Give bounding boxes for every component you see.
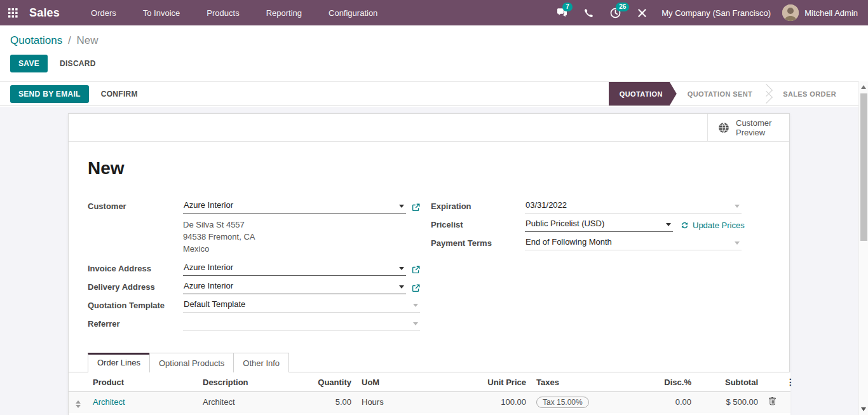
- col-quantity[interactable]: Quantity: [309, 372, 356, 392]
- menu-reporting[interactable]: Reporting: [253, 0, 315, 25]
- breadcrumb-current: New: [76, 34, 98, 46]
- line-product[interactable]: Architect: [93, 397, 125, 407]
- activities-icon[interactable]: 26: [604, 0, 626, 25]
- trash-column-header: [763, 372, 781, 392]
- record-title[interactable]: New: [88, 158, 770, 179]
- col-unit-price[interactable]: Unit Price: [461, 372, 531, 392]
- crossed-tools-glyph: [637, 8, 647, 18]
- main-menu: Orders To Invoice Products Reporting Con…: [78, 0, 391, 25]
- address-line: De Silva St 4557: [183, 219, 420, 231]
- field-delivery-address: Delivery Address Azure Interior: [88, 281, 420, 294]
- expiration-label: Expiration: [431, 201, 525, 214]
- tab-optional-products[interactable]: Optional Products: [149, 353, 234, 372]
- col-uom[interactable]: UoM: [356, 372, 461, 392]
- line-tax-tag[interactable]: Tax 15.00%: [536, 397, 589, 408]
- address-line: 94538 Fremont, CA: [183, 231, 420, 243]
- form-sheet: Customer Preview New Customer Azure Inte…: [68, 113, 790, 415]
- customer-input[interactable]: Azure Interior: [183, 200, 406, 214]
- messages-badge: 7: [562, 3, 573, 11]
- line-unit-price[interactable]: 100.00: [461, 392, 531, 412]
- drag-handle-icon[interactable]: [69, 392, 88, 412]
- save-button[interactable]: SAVE: [10, 55, 48, 72]
- handle-column-header: [69, 372, 88, 392]
- customer-preview-button[interactable]: Customer Preview: [707, 114, 789, 141]
- line-subtotal: $ 500.00: [696, 392, 763, 412]
- control-panel: Quotations / New SAVE DISCARD: [0, 25, 868, 81]
- col-subtotal[interactable]: Subtotal: [696, 372, 763, 392]
- line-uom[interactable]: Hours: [356, 392, 461, 412]
- referrer-input[interactable]: [183, 318, 420, 331]
- caret-down-icon[interactable]: [399, 267, 404, 270]
- tools-icon[interactable]: [631, 0, 653, 25]
- table-footer-links: Add a product Add a section Add a note: [69, 412, 790, 415]
- user-menu[interactable]: Mitchell Admin: [782, 4, 868, 21]
- apps-menu-icon[interactable]: [0, 0, 25, 25]
- field-pricelist: Pricelist Public Pricelist (USD) U: [431, 219, 742, 232]
- pricelist-input[interactable]: Public Pricelist (USD): [525, 219, 673, 232]
- order-lines-table: Product Description Quantity UoM Unit Pr…: [69, 372, 790, 415]
- optional-columns-icon[interactable]: ⋮: [781, 372, 790, 392]
- scroll-down-icon[interactable]: [861, 407, 866, 411]
- delete-line-icon[interactable]: [763, 392, 781, 412]
- invoice-address-input[interactable]: Azure Interior: [183, 262, 406, 276]
- quotation-template-input[interactable]: Default Template: [183, 299, 420, 313]
- app-name[interactable]: Sales: [29, 6, 60, 20]
- stage-quotation[interactable]: QUOTATION: [609, 82, 677, 105]
- col-discount[interactable]: Disc.%: [639, 372, 696, 392]
- update-prices-button[interactable]: Update Prices: [681, 221, 745, 230]
- breadcrumb-quotations[interactable]: Quotations: [10, 34, 62, 46]
- stage-sales-order[interactable]: SALES ORDER: [772, 82, 847, 105]
- field-customer: Customer Azure Interior: [88, 200, 420, 214]
- caret-down-icon[interactable]: [413, 322, 418, 325]
- field-expiration: Expiration 03/31/2022: [431, 200, 742, 214]
- messages-icon[interactable]: 7: [551, 0, 573, 25]
- caret-down-icon[interactable]: [399, 285, 404, 289]
- caret-down-icon[interactable]: [735, 205, 740, 208]
- refresh-icon: [681, 221, 689, 229]
- col-taxes[interactable]: Taxes: [531, 372, 639, 392]
- menu-products[interactable]: Products: [193, 0, 252, 25]
- line-description[interactable]: Architect: [198, 392, 309, 412]
- expiration-input[interactable]: 03/31/2022: [525, 200, 742, 214]
- sales-quotation-page: Sales Orders To Invoice Products Reporti…: [0, 0, 868, 415]
- payment-terms-input[interactable]: End of Following Month: [525, 237, 742, 250]
- tab-order-lines[interactable]: Order Lines: [88, 353, 150, 372]
- confirm-button[interactable]: CONFIRM: [93, 85, 146, 103]
- caret-down-icon[interactable]: [735, 242, 740, 245]
- avatar: [782, 4, 799, 21]
- scroll-up-icon[interactable]: [861, 85, 866, 89]
- user-name: Mitchell Admin: [804, 8, 858, 18]
- caret-down-icon[interactable]: [413, 304, 418, 307]
- discard-button[interactable]: DISCARD: [51, 55, 104, 72]
- col-product[interactable]: Product: [88, 372, 198, 392]
- invoice-address-external-link-icon[interactable]: [412, 266, 420, 274]
- activities-badge: 26: [616, 3, 629, 11]
- stage-quotation-sent[interactable]: QUOTATION SENT: [677, 82, 763, 105]
- vertical-scrollbar[interactable]: [858, 81, 868, 415]
- caret-down-icon[interactable]: [666, 223, 671, 226]
- order-line-row[interactable]: Architect Architect 5.00 Hours 100.00 Ta…: [69, 392, 790, 412]
- phone-glyph: [584, 8, 593, 18]
- line-discount[interactable]: 0.00: [639, 392, 696, 412]
- phone-icon[interactable]: [578, 0, 599, 25]
- menu-to-invoice[interactable]: To Invoice: [130, 0, 194, 25]
- delivery-address-label: Delivery Address: [88, 282, 183, 294]
- customer-preview-label: Customer Preview: [736, 118, 778, 137]
- menu-orders[interactable]: Orders: [78, 0, 130, 25]
- col-description[interactable]: Description: [198, 372, 309, 392]
- company-switcher[interactable]: My Company (San Francisco): [653, 8, 782, 18]
- menu-configuration[interactable]: Configuration: [315, 0, 391, 25]
- scrollbar-thumb[interactable]: [860, 93, 867, 241]
- table-header-row: Product Description Quantity UoM Unit Pr…: [69, 372, 790, 392]
- send-by-email-button[interactable]: SEND BY EMAIL: [10, 85, 89, 103]
- customer-external-link-icon[interactable]: [412, 203, 420, 212]
- caret-down-icon[interactable]: [399, 205, 404, 208]
- line-quantity[interactable]: 5.00: [309, 392, 356, 412]
- tab-other-info[interactable]: Other Info: [233, 353, 289, 372]
- grid-icon: [8, 8, 18, 18]
- address-line: Mexico: [183, 243, 420, 255]
- breadcrumb: Quotations / New: [10, 34, 858, 47]
- field-invoice-address: Invoice Address Azure Interior: [88, 262, 420, 276]
- delivery-address-external-link-icon[interactable]: [412, 284, 420, 292]
- delivery-address-input[interactable]: Azure Interior: [183, 281, 406, 294]
